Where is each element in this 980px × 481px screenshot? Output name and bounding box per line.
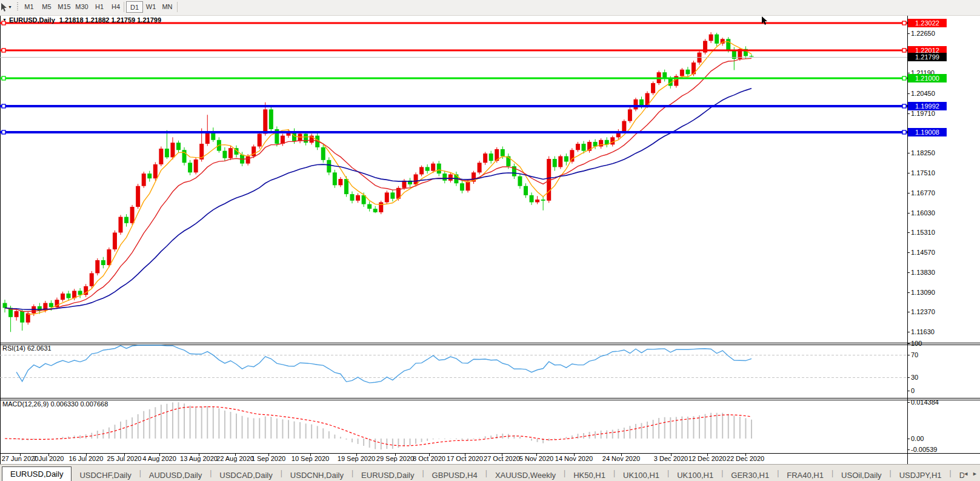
price-axis-tick: 1.14570 xyxy=(911,249,935,256)
timeframe-button-d1[interactable]: D1 xyxy=(126,1,143,13)
price-badge: 1.23022 xyxy=(908,19,947,27)
timeframe-button-mn[interactable]: MN xyxy=(159,1,176,13)
chart-canvas[interactable] xyxy=(0,0,980,481)
price-axis-tick: 1.15310 xyxy=(911,229,935,236)
tab-scroll-right-icon[interactable]: ► xyxy=(970,471,979,477)
toolbar-separator xyxy=(177,2,178,12)
date-axis-label: 22 Aug 2020 xyxy=(216,455,254,462)
macd-label: MACD(12,26,9) 0.006330 0.007668 xyxy=(2,400,108,408)
timeframe-button-m5[interactable]: M5 xyxy=(38,1,55,13)
pointer-tool-dropdown-icon[interactable]: ▼ xyxy=(8,5,12,9)
rsi-axis-tick: 70 xyxy=(911,351,918,358)
timeframe-button-m1[interactable]: M1 xyxy=(21,1,38,13)
line-handle[interactable] xyxy=(902,104,906,108)
line-handle[interactable] xyxy=(902,49,906,52)
macd-signal-line xyxy=(5,407,752,446)
line-handle[interactable] xyxy=(2,49,5,52)
date-axis-label: 5 Nov 2020 xyxy=(519,455,553,462)
date-axis-label: 24 Nov 2020 xyxy=(602,455,640,462)
price-axis-tick: 1.22650 xyxy=(911,30,935,37)
date-axis-label: 22 Dec 2020 xyxy=(727,455,764,462)
line-handle[interactable] xyxy=(902,130,906,134)
chart-tab-ger30-h1[interactable]: GER30,H1 xyxy=(723,469,777,481)
chart-tab-usdcad-daily[interactable]: USDCAD,Daily xyxy=(212,469,280,481)
price-axis-tick: 1.11630 xyxy=(911,328,935,335)
date-axis-label: 19 Sep 2020 xyxy=(338,455,375,462)
price-badge: 1.21000 xyxy=(908,74,947,82)
date-axis-label: 1 Sep 2020 xyxy=(252,455,285,462)
date-axis-label: 14 Nov 2020 xyxy=(555,455,593,462)
price-axis-tick: 1.16770 xyxy=(911,189,935,197)
date-axis-label: 27 Oct 2020 xyxy=(484,455,520,462)
timeframe-toolbar: ▼ M1M5M15M30H1H4D1W1MN xyxy=(0,0,980,16)
timeframe-button-h4[interactable]: H4 xyxy=(107,1,124,13)
macd-axis-tick: 0.00 xyxy=(911,435,924,442)
candlesticks xyxy=(3,32,754,332)
price-axis-tick: 1.20450 xyxy=(911,90,935,97)
chart-tab-audusd-daily[interactable]: AUDUSD,Daily xyxy=(141,469,210,481)
chart-tab-usdjpy-h1[interactable]: USDJPY,H1 xyxy=(892,469,950,481)
chart-tab-uk100-h1[interactable]: UK100,H1 xyxy=(669,469,721,481)
price-axis-tick: 1.13090 xyxy=(911,289,935,296)
line-handle[interactable] xyxy=(902,21,906,25)
rsi-axis-tick: 0 xyxy=(911,387,915,394)
date-axis-label: 3 Dec 2020 xyxy=(654,455,688,462)
price-axis-tick: 1.16030 xyxy=(911,209,935,217)
date-axis-label: 7 Jul 2020 xyxy=(33,455,64,462)
chart-tab-uk100-h1[interactable]: UK100,H1 xyxy=(615,469,667,481)
line-handle[interactable] xyxy=(2,130,5,134)
rsi-axis-tick: 100 xyxy=(911,340,922,347)
line-handle[interactable] xyxy=(2,104,5,108)
date-axis-label: 17 Oct 2020 xyxy=(447,455,483,462)
ma-mid-line xyxy=(5,58,752,311)
timeframe-button-w1[interactable]: W1 xyxy=(142,1,159,13)
tab-scroll-left-icon[interactable]: ◄ xyxy=(961,471,970,477)
ma-slow-line xyxy=(5,89,752,310)
date-axis-label: 8 Oct 2020 xyxy=(413,455,445,462)
date-axis-label: 12 Dec 2020 xyxy=(688,455,726,462)
chart-symbol: EURUSD,Daily xyxy=(9,16,55,24)
price-axis-tick: 1.18250 xyxy=(911,149,935,156)
rsi-line xyxy=(16,345,752,383)
price-badge: 1.19992 xyxy=(908,102,947,110)
chart-tab-xauusd-weekly[interactable]: XAUUSD,Weekly xyxy=(487,469,564,481)
date-axis-label: 4 Aug 2020 xyxy=(142,455,176,462)
macd-axis-tick: -0.00539 xyxy=(911,446,937,453)
pointer-tool-icon[interactable] xyxy=(1,2,8,12)
toolbar-separator xyxy=(124,2,124,12)
date-axis-label: 13 Aug 2020 xyxy=(180,455,218,462)
price-badge: 1.19008 xyxy=(908,128,947,136)
chart-tab-bar: EURUSD,DailyUSDCHF,Daily|AUDUSD,Daily|US… xyxy=(0,464,980,481)
timeframe-button-m15[interactable]: M15 xyxy=(56,1,73,13)
chart-tab-eurusd-daily[interactable]: EURUSD,Daily xyxy=(353,469,422,481)
line-handle[interactable] xyxy=(902,76,906,80)
chart-tab-usoil-daily[interactable]: USOil,Daily xyxy=(833,469,889,481)
toolbar-grip[interactable] xyxy=(17,2,19,12)
chart-quote-ohlc: 1.21818 1.21882 1.21759 1.21799 xyxy=(59,16,161,24)
chart-tab-usdchf-daily[interactable]: USDCHF,Daily xyxy=(72,469,139,481)
chart-tab-eurusd-daily[interactable]: EURUSD,Daily xyxy=(2,466,72,481)
date-axis-label: 16 Jul 2020 xyxy=(69,455,104,462)
chart-tab-usdcnh-daily[interactable]: USDCNH,Daily xyxy=(282,469,352,481)
chart-tab-gbpusd-h4[interactable]: GBPUSD,H4 xyxy=(424,469,485,481)
rsi-label: RSI(14) 62.0631 xyxy=(2,345,52,352)
chart-tab-hk50-h1[interactable]: HK50,H1 xyxy=(565,469,613,481)
chart-title: EURUSD,Daily1.21818 1.21882 1.21759 1.21… xyxy=(9,16,161,24)
macd-axis-tick: 0.014384 xyxy=(911,399,939,406)
timeframe-button-m30[interactable]: M30 xyxy=(73,1,90,13)
ma-fast-line xyxy=(28,41,752,314)
price-axis-tick: 1.17510 xyxy=(911,169,935,177)
date-axis-label: 10 Sep 2020 xyxy=(292,455,329,462)
price-axis-tick: 1.19710 xyxy=(911,110,935,117)
price-badge: 1.21799 xyxy=(908,53,947,61)
timeframe-button-h1[interactable]: H1 xyxy=(91,1,108,13)
rsi-axis-tick: 30 xyxy=(911,374,918,381)
date-axis-label: 29 Sep 2020 xyxy=(376,455,414,462)
chart-tab-fra40-h1[interactable]: FRA40,H1 xyxy=(779,469,832,481)
price-axis-tick: 1.13830 xyxy=(911,269,935,276)
mt4-window: ▼ M1M5M15M30H1H4D1W1MN ▼ EURUSD,Daily1.2… xyxy=(0,0,980,481)
line-handle[interactable] xyxy=(2,76,5,80)
price-axis-tick: 1.12370 xyxy=(911,308,935,315)
chart-title-caret-icon[interactable]: ▼ xyxy=(2,18,7,22)
date-axis-label: 25 Jul 2020 xyxy=(107,455,142,462)
